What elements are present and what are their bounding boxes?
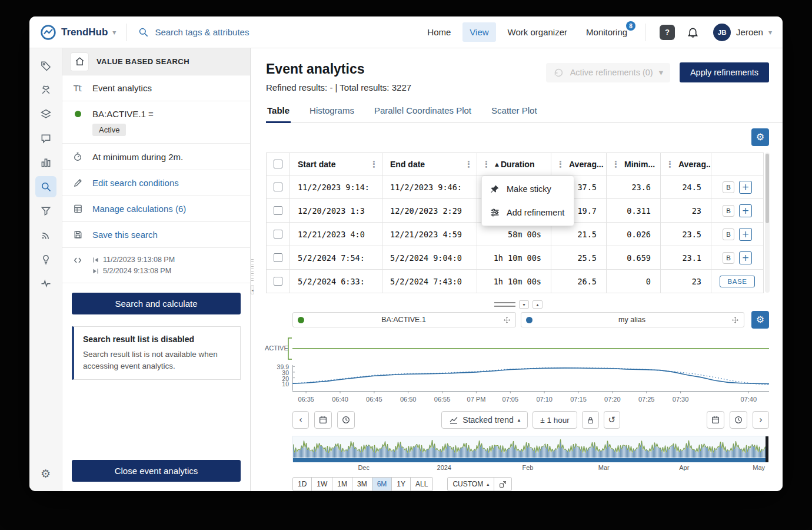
search-input[interactable] <box>155 27 302 37</box>
add-to-compare-button[interactable]: + <box>739 181 752 194</box>
ideas-rail-button[interactable] <box>35 249 56 270</box>
filter-rail-button[interactable] <box>35 200 56 221</box>
range-1y-button[interactable]: 1Y <box>391 477 411 491</box>
move-icon[interactable] <box>503 316 511 324</box>
column-start-date[interactable]: Start date <box>298 160 336 169</box>
splitter-grip[interactable] <box>251 259 254 283</box>
apply-refinements-button[interactable]: Apply refinements <box>680 62 769 82</box>
collapse-up-button[interactable]: ▴ <box>533 300 543 309</box>
start-time-button[interactable] <box>337 411 355 429</box>
save-search-link[interactable]: Save this search <box>92 230 158 240</box>
layers-rail-button[interactable] <box>35 104 56 125</box>
comments-rail-button[interactable] <box>35 128 56 149</box>
tab-histograms[interactable]: Histograms <box>308 105 355 122</box>
pan-right-button[interactable]: › <box>753 411 769 429</box>
tools-rail-button[interactable] <box>35 80 56 101</box>
expand-range-button[interactable] <box>494 477 512 491</box>
table-scrollbar[interactable] <box>765 153 770 293</box>
end-calendar-button[interactable] <box>707 411 724 429</box>
time-window-button[interactable]: ± 1 hour <box>533 411 577 429</box>
row-checkbox[interactable] <box>274 183 282 191</box>
column-menu-icon[interactable]: ⋮ <box>480 159 493 170</box>
save-search-row[interactable]: Save this search <box>62 222 250 248</box>
row-checkbox[interactable] <box>274 253 282 262</box>
range-3m-button[interactable]: 3M <box>352 477 372 491</box>
close-event-analytics-button[interactable]: Close event analytics <box>72 460 241 482</box>
range-6m-button[interactable]: 6M <box>372 477 392 491</box>
tab-scatter-plot[interactable]: Scatter Plot <box>490 105 538 122</box>
search-and-calculate-button[interactable]: Search and calculate <box>72 293 241 314</box>
overview-strip[interactable] <box>292 436 768 462</box>
range-all-button[interactable]: ALL <box>410 477 433 491</box>
skip-to-end-icon[interactable] <box>92 268 99 274</box>
monitors-rail-button[interactable] <box>35 273 56 294</box>
nav-home[interactable]: Home <box>420 22 458 42</box>
active-refinements-dropdown[interactable]: Active refinements (0) ▾ <box>546 63 670 82</box>
edit-search-conditions-row[interactable]: Edit search conditions <box>62 170 250 196</box>
table-settings-button[interactable]: ⚙ <box>751 128 769 146</box>
row-checkbox[interactable] <box>274 277 282 286</box>
chart-type-dropdown[interactable]: Stacked trend ▴ <box>441 411 528 429</box>
scrollbar-thumb[interactable] <box>766 154 769 223</box>
select-all-checkbox[interactable] <box>274 160 282 168</box>
add-to-compare-button[interactable]: + <box>739 228 752 241</box>
duration-condition-row[interactable]: At minimum during 2m. <box>62 144 250 170</box>
column-duration[interactable]: Duration <box>501 160 535 169</box>
column-menu-icon[interactable]: ⋮ <box>663 159 677 170</box>
base-toggle-button[interactable]: B <box>723 181 734 193</box>
row-checkbox[interactable] <box>274 206 282 215</box>
base-toggle-button[interactable]: B <box>723 252 734 264</box>
custom-range-button[interactable]: CUSTOM ▴ <box>447 477 494 491</box>
tab-table[interactable]: Table <box>266 105 291 123</box>
chevron-down-icon[interactable]: ▾ <box>112 28 116 37</box>
manage-calculations-link[interactable]: Manage calculations (6) <box>92 204 186 214</box>
move-icon[interactable] <box>731 316 739 324</box>
event-analytics-row[interactable]: Tt Event analytics <box>62 75 250 101</box>
column-end-date[interactable]: End date <box>390 160 425 169</box>
notifications-button[interactable] <box>687 26 699 38</box>
splitter-grip[interactable] <box>494 302 515 307</box>
range-1m-button[interactable]: 1M <box>332 477 352 491</box>
user-menu[interactable]: JB Jeroen ▾ <box>713 24 772 41</box>
trend-chart[interactable]: ACTIVE 39.9 30 20 10 06: <box>292 334 769 405</box>
range-1d-button[interactable]: 1D <box>292 477 312 491</box>
search-condition-row[interactable]: BA:ACTIVE.1 = Active <box>62 101 250 144</box>
column-average[interactable]: Averag... <box>569 160 604 169</box>
lock-button[interactable] <box>582 411 599 429</box>
base-toggle-button[interactable]: B <box>723 205 734 217</box>
add-to-compare-button[interactable]: + <box>739 204 752 217</box>
tab-parallel-coordinates[interactable]: Parallel Coordinates Plot <box>373 105 472 122</box>
table-row[interactable]: 5/2/2024 7:54: 5/2/2024 9:04:0 1h 10m 00… <box>267 246 764 270</box>
edit-search-conditions-link[interactable]: Edit search conditions <box>92 178 179 188</box>
add-to-compare-button[interactable]: + <box>739 251 752 264</box>
nav-monitoring[interactable]: Monitoring 8 <box>579 22 634 42</box>
column-menu-icon[interactable]: ⋮ <box>367 159 381 170</box>
overview-selection-bar[interactable] <box>293 458 768 462</box>
settings-rail-button[interactable]: ⚙ <box>35 463 56 484</box>
nav-view[interactable]: View <box>462 22 495 42</box>
column-menu-icon[interactable]: ⋮ <box>609 159 623 170</box>
refresh-icon[interactable] <box>553 67 564 78</box>
manage-calculations-row[interactable]: Manage calculations (6) <box>62 196 250 222</box>
menu-item-make-sticky[interactable]: Make sticky <box>482 177 574 201</box>
skip-to-start-icon[interactable] <box>92 257 99 263</box>
pan-left-button[interactable]: ‹ <box>292 411 309 429</box>
legend-series-2[interactable]: my alias <box>521 312 744 327</box>
column-menu-icon[interactable]: ⋮ <box>462 159 475 170</box>
global-search[interactable] <box>138 26 302 38</box>
column-average-2[interactable]: Averag.. <box>678 160 711 169</box>
legend-series-1[interactable]: BA:ACTIVE.1 <box>292 312 516 327</box>
start-calendar-button[interactable] <box>314 411 332 429</box>
brand[interactable]: TrendHub ▾ <box>40 24 116 41</box>
tags-rail-button[interactable] <box>35 55 56 77</box>
collapse-down-button[interactable]: ▾ <box>519 300 529 309</box>
end-time-button[interactable] <box>730 411 747 429</box>
table-row[interactable]: 12/21/2023 4:0 12/21/2023 4:59 58m 00s 2… <box>267 223 764 246</box>
sidebar-splitter[interactable]: ◂ <box>251 48 254 491</box>
sort-asc-icon[interactable]: ▲ <box>495 161 499 167</box>
collapse-sidebar-button[interactable]: ◂ <box>251 285 254 294</box>
history-button[interactable]: ↺ <box>604 411 620 429</box>
column-minimum[interactable]: Minim... <box>624 160 655 169</box>
column-menu-icon[interactable]: ⋮ <box>554 159 567 170</box>
overview-right-handle[interactable] <box>766 436 768 462</box>
